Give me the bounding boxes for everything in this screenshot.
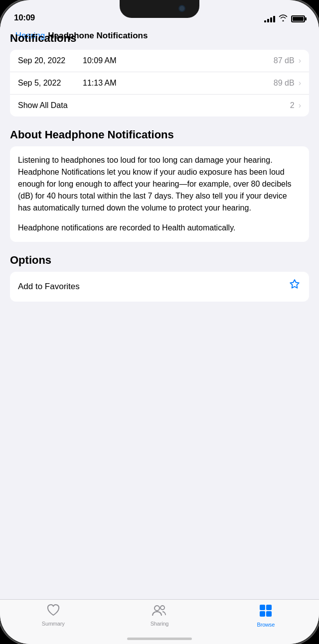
- tab-sharing[interactable]: Sharing: [106, 604, 212, 627]
- heart-icon: [46, 604, 60, 619]
- tab-sharing-label: Sharing: [151, 621, 169, 627]
- phone-screen: 10:09: [0, 0, 319, 644]
- notification-date-1: Sep 20, 2022: [18, 56, 83, 65]
- about-paragraph-2: Headphone notifications are recorded to …: [18, 222, 301, 234]
- about-card: Listening to headphones too loud for too…: [10, 146, 309, 242]
- about-header: About Headphone Notifications: [10, 128, 309, 141]
- tab-summary-label: Summary: [42, 621, 65, 627]
- tab-summary[interactable]: Summary: [0, 604, 106, 627]
- phone-frame: 10:09: [0, 0, 319, 644]
- camera: [178, 5, 185, 12]
- show-all-count: 2: [290, 101, 295, 110]
- grid-icon: [259, 604, 273, 620]
- notification-time-1: 10:09 AM: [83, 56, 274, 65]
- star-icon[interactable]: [288, 279, 301, 295]
- svg-rect-4: [260, 611, 265, 617]
- battery-icon: [291, 15, 305, 22]
- tab-browse[interactable]: Browse: [213, 604, 319, 628]
- status-time: 10:09: [14, 13, 35, 23]
- svg-rect-2: [260, 605, 265, 610]
- notification-row-1[interactable]: Sep 20, 2022 10:09 AM 87 dB ›: [10, 50, 309, 72]
- notification-date-2: Sep 5, 2022: [18, 79, 83, 88]
- chevron-right-icon-2: ›: [299, 79, 301, 88]
- people-icon: [152, 604, 167, 619]
- add-to-favorites-row[interactable]: Add to Favorites: [10, 272, 309, 302]
- svg-point-0: [155, 606, 160, 611]
- notification-value-1: 87 dB: [274, 56, 295, 65]
- svg-point-1: [160, 606, 164, 610]
- options-header: Options: [10, 254, 309, 267]
- tab-browse-label: Browse: [257, 622, 275, 628]
- status-icons: [264, 14, 305, 23]
- about-paragraph-1: Listening to headphones too loud for too…: [18, 154, 301, 214]
- home-indicator: [127, 638, 192, 640]
- notch: [120, 0, 199, 18]
- svg-rect-5: [266, 611, 272, 617]
- notification-value-2: 89 dB: [274, 79, 295, 88]
- main-content: Notifications Sep 20, 2022 10:09 AM 87 d…: [0, 27, 319, 599]
- chevron-right-icon-1: ›: [299, 56, 301, 65]
- notifications-header: Notifications: [10, 32, 309, 45]
- add-to-favorites-label: Add to Favorites: [18, 282, 80, 292]
- chevron-right-icon-3: ›: [299, 101, 301, 110]
- signal-bars-icon: [264, 15, 275, 22]
- wifi-icon: [279, 14, 288, 23]
- notification-row-2[interactable]: Sep 5, 2022 11:13 AM 89 dB ›: [10, 72, 309, 95]
- notifications-list: Sep 20, 2022 10:09 AM 87 dB › Sep 5, 202…: [10, 50, 309, 116]
- svg-rect-3: [266, 605, 272, 610]
- show-all-data-row[interactable]: Show All Data 2 ›: [10, 95, 309, 116]
- notification-time-2: 11:13 AM: [83, 79, 274, 88]
- show-all-label: Show All Data: [18, 101, 290, 110]
